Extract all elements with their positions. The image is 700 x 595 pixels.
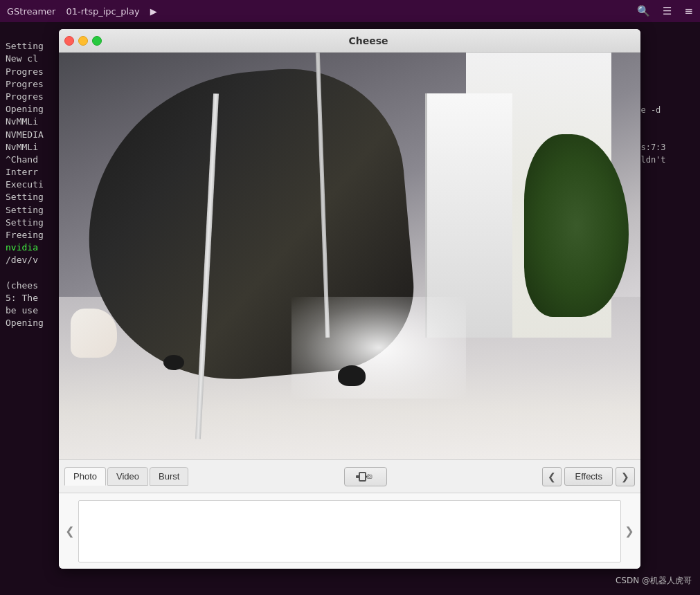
effects-button[interactable]: Effects <box>564 467 613 486</box>
search-icon[interactable]: 🔍 <box>637 5 650 17</box>
thumbnail-prev-button[interactable]: ❮ <box>62 493 78 569</box>
window-title: Cheese <box>102 35 635 46</box>
svg-rect-3 <box>368 474 369 475</box>
floor-reflection <box>291 297 466 399</box>
list-icon[interactable]: ☰ <box>663 5 672 17</box>
top-panel: GStreamer 01-rtsp_ipc_play ▶ 🔍 ☰ ≡ <box>0 0 700 22</box>
top-bar-app1[interactable]: GStreamer <box>7 6 55 17</box>
chair-wheel-1 <box>338 365 366 386</box>
thumbnail-area <box>78 500 621 562</box>
title-bar: Cheese <box>59 29 640 53</box>
tab-burst[interactable]: Burst <box>150 467 188 486</box>
camera-icon <box>359 472 373 482</box>
effects-prev-button[interactable]: ❮ <box>542 467 562 486</box>
plant <box>524 134 629 318</box>
window-controls <box>64 36 102 46</box>
controls-bar: Photo Video Burst ❮ Effects ❯ <box>59 459 640 493</box>
top-bar-icon-group: 🔍 ☰ ≡ <box>637 5 693 17</box>
person-foot <box>71 309 117 358</box>
camera-scene <box>59 53 640 459</box>
cheese-window: Cheese Photo <box>59 29 640 569</box>
svg-rect-2 <box>366 475 367 477</box>
effects-next-button[interactable]: ❯ <box>616 467 635 486</box>
top-bar-app2[interactable]: 01-rtsp_ipc_play <box>66 6 139 17</box>
maximize-button[interactable] <box>92 36 102 46</box>
tab-video[interactable]: Video <box>107 467 148 486</box>
chair-wheel-2 <box>163 355 184 370</box>
thumbnail-strip: ❮ ❯ <box>59 493 640 569</box>
tab-group: Photo Video Burst <box>64 467 188 486</box>
menu-icon[interactable]: ≡ <box>684 5 693 17</box>
terminal-right: ese -d css:7:3 ouldn't <box>631 104 700 166</box>
tab-photo[interactable]: Photo <box>64 467 106 486</box>
effects-group: ❮ Effects ❯ <box>542 467 635 486</box>
minimize-button[interactable] <box>78 36 88 46</box>
watermark: CSDN @机器人虎哥 <box>616 575 692 587</box>
top-bar-play-icon[interactable]: ▶ <box>150 6 157 17</box>
terminal-right-text: ese -d css:7:3 ouldn't <box>631 104 700 166</box>
close-button[interactable] <box>64 36 74 46</box>
camera-viewport <box>59 53 640 459</box>
capture-button[interactable] <box>344 467 387 486</box>
thumbnail-next-button[interactable]: ❯ <box>621 493 638 569</box>
svg-point-1 <box>368 475 370 477</box>
